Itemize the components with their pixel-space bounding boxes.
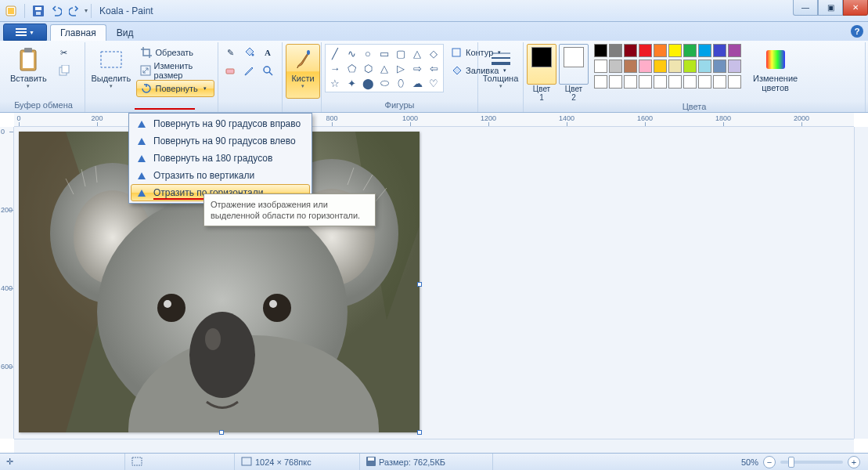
color-swatch[interactable] (668, 75, 682, 89)
shape-gallery[interactable]: ╱∿○▭▢△◇ →⬠⬡△▷⇨⇦ ☆✦⬤⬭⬯☁♡ (325, 44, 444, 92)
qat-dropdown-icon[interactable]: ▾ (85, 7, 88, 14)
zoom-level: 50% (741, 457, 758, 467)
redo-icon[interactable] (67, 3, 82, 19)
rotate-item-icon (135, 169, 148, 182)
copy-icon (58, 64, 70, 77)
color-swatch[interactable] (728, 60, 741, 73)
color-swatch[interactable] (654, 75, 667, 89)
color-swatch[interactable] (713, 60, 726, 73)
rotate-menu-item-2[interactable]: Повернуть на 180 градусов (131, 150, 310, 167)
color-swatch[interactable] (683, 60, 697, 73)
resize-button[interactable]: Изменить размер (136, 62, 214, 79)
paste-button[interactable]: Вставить ▾ (5, 44, 52, 99)
svg-rect-16 (226, 69, 234, 74)
fill-tool[interactable] (240, 44, 258, 61)
color2-button[interactable] (559, 44, 589, 85)
tab-main[interactable]: Главная (50, 24, 106, 41)
ribbon: Вставить ▾ ✂ Буфер обмена Выделить ▾ Обр… (0, 41, 868, 113)
color-swatch[interactable] (609, 60, 622, 73)
color-swatch[interactable] (594, 60, 607, 73)
select-rect-icon (99, 47, 124, 72)
vertical-scrollbar[interactable] (854, 127, 868, 439)
resize-icon (140, 64, 151, 77)
color-swatch[interactable] (698, 75, 711, 89)
color-swatch[interactable] (654, 44, 667, 57)
clipboard-icon (16, 47, 41, 72)
svg-point-35 (263, 294, 291, 322)
image-dimensions: 1024 × 768пкс (255, 457, 312, 467)
color-swatch[interactable] (713, 75, 726, 89)
minimize-button[interactable]: — (793, 0, 818, 16)
image-size-icon (241, 457, 252, 468)
rotate-menu-item-3[interactable]: Отразить по вертикали (131, 167, 310, 184)
color-swatch[interactable] (609, 75, 622, 89)
close-button[interactable]: ✕ (843, 0, 868, 16)
group-size: Толщина ▾ (478, 42, 524, 112)
crop-button[interactable]: Обрезать (136, 44, 214, 61)
cut-button[interactable]: ✂ (54, 44, 74, 61)
color-swatch[interactable] (713, 44, 726, 57)
color-swatch[interactable] (728, 75, 741, 89)
zoom-in-button[interactable]: + (848, 456, 860, 468)
window-title: Koala - Paint (99, 5, 153, 16)
color1-button[interactable] (527, 44, 556, 85)
eraser-tool[interactable] (222, 63, 239, 80)
color-swatch[interactable] (609, 44, 622, 57)
color-swatch[interactable] (698, 44, 711, 57)
rotate-menu-item-1[interactable]: Повернуть на 90 градусов влево (131, 132, 310, 150)
color-palette-row1[interactable] (594, 44, 741, 57)
save-icon[interactable] (31, 3, 46, 19)
rotate-menu-item-0[interactable]: Повернуть на 90 градусов вправо (131, 115, 310, 132)
zoom-tool[interactable] (259, 63, 276, 80)
color-swatch[interactable] (728, 44, 741, 57)
color-swatch[interactable] (639, 44, 652, 57)
svg-rect-37 (132, 457, 142, 465)
app-icon[interactable] (3, 3, 19, 19)
rotate-button[interactable]: Повернуть▾ (136, 80, 214, 97)
color-swatch[interactable] (624, 75, 637, 89)
maximize-button[interactable]: ▣ (818, 0, 843, 16)
fill-icon (450, 64, 463, 77)
zoom-out-button[interactable]: − (763, 456, 776, 468)
select-button[interactable]: Выделить ▾ (88, 44, 134, 99)
group-colors: Цвет 1 Цвет 2 Изменение цветов Цвета (524, 42, 866, 112)
svg-rect-10 (24, 48, 32, 52)
color-swatch[interactable] (639, 60, 652, 73)
help-button[interactable]: ? (851, 25, 863, 38)
brushes-button[interactable]: Кисти ▾ (286, 44, 320, 99)
color-swatch[interactable] (624, 44, 637, 57)
svg-rect-6 (16, 31, 27, 33)
color-swatch[interactable] (683, 75, 697, 89)
color-swatch[interactable] (654, 60, 667, 73)
svg-rect-9 (23, 52, 34, 68)
file-menu-button[interactable]: ▼ (3, 24, 47, 41)
color-swatch[interactable] (639, 75, 652, 89)
color-swatch[interactable] (594, 44, 607, 57)
rotate-item-icon (135, 152, 148, 164)
color-palette-row2[interactable] (594, 60, 741, 73)
rotate-item-icon (135, 118, 148, 130)
svg-rect-12 (62, 65, 69, 73)
ribbon-tab-strip: ▼ Главная Вид ? (0, 22, 868, 41)
picker-tool[interactable] (240, 63, 258, 80)
edit-colors-button[interactable]: Изменение цветов (748, 44, 802, 99)
size-button[interactable]: Толщина ▾ (481, 44, 520, 99)
crop-icon (140, 46, 153, 59)
tab-view[interactable]: Вид (106, 24, 144, 41)
text-tool[interactable]: A (259, 44, 276, 61)
color-swatch[interactable] (683, 44, 697, 57)
color-swatch[interactable] (668, 44, 682, 57)
group-shapes: ╱∿○▭▢△◇ →⬠⬡△▷⇨⇦ ☆✦⬤⬭⬯☁♡ Контур▾ Заливка▾… (322, 42, 478, 112)
horizontal-scrollbar[interactable] (14, 439, 854, 453)
color-swatch[interactable] (594, 75, 607, 89)
pencil-tool[interactable]: ✎ (222, 44, 239, 61)
copy-button[interactable] (54, 62, 74, 79)
color-palette-custom[interactable] (594, 75, 741, 89)
color-swatch[interactable] (698, 60, 711, 73)
zoom-slider[interactable] (780, 461, 843, 464)
status-bar: ✛ 1024 × 768пкс Размер: 762,5КБ 50% − + (0, 453, 868, 470)
color-swatch[interactable] (624, 60, 637, 73)
svg-rect-3 (35, 7, 41, 10)
color-swatch[interactable] (668, 60, 682, 73)
undo-icon[interactable] (49, 3, 64, 19)
